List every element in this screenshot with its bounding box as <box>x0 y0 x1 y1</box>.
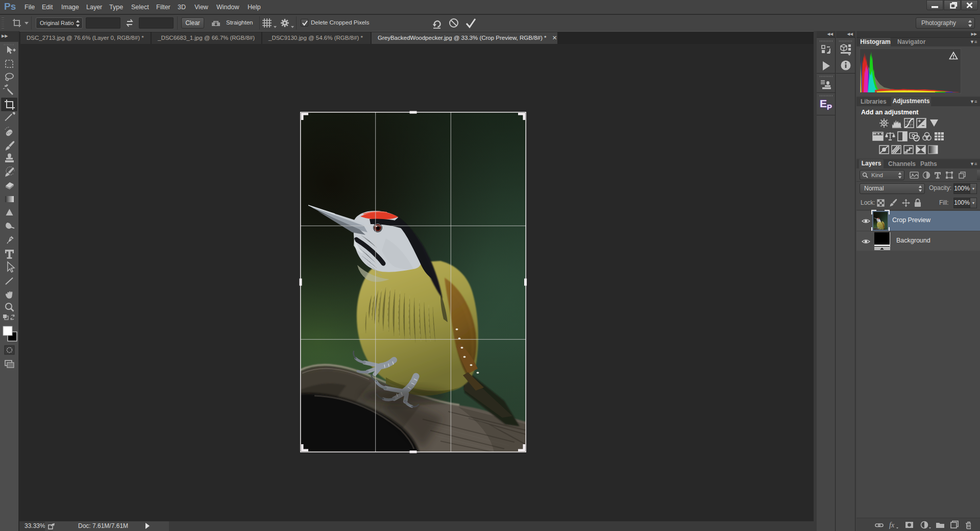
svg-text:fx: fx <box>889 521 895 529</box>
